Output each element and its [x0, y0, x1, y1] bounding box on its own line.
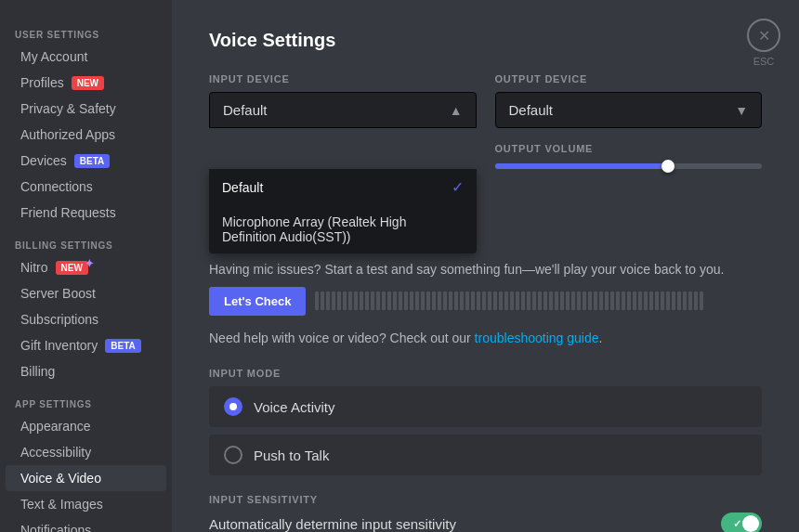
mic-bar-segment — [605, 292, 609, 310]
close-icon: ✕ — [747, 19, 780, 52]
lets-check-button[interactable]: Let's Check — [209, 287, 306, 316]
input-device-label: Input Device — [209, 73, 477, 84]
sidebar-item-profiles[interactable]: ProfilesNEW — [6, 70, 166, 96]
mic-bar-segment — [399, 292, 402, 310]
slider-thumb — [661, 160, 675, 173]
sidebar-item-notifications[interactable]: Notifications — [6, 517, 166, 532]
mic-bar-segment — [471, 292, 475, 310]
sidebar-item-label: Connections — [20, 179, 93, 194]
mic-bar-segment — [504, 292, 508, 310]
mic-bar-segment — [393, 292, 397, 310]
radio-circle-push — [224, 446, 242, 464]
sidebar-item-text-images[interactable]: Text & Images — [6, 491, 166, 517]
radio-label-push: Push to Talk — [254, 448, 329, 463]
troubleshoot-text: Need help with voice or video? Check out… — [209, 331, 762, 345]
sidebar-item-nitro[interactable]: NitroNEW✦ — [6, 254, 166, 280]
radio-label-voice: Voice Activity — [254, 399, 335, 415]
sidebar-item-subscriptions[interactable]: Subscriptions — [6, 306, 166, 332]
troubleshoot-link[interactable]: troubleshooting guide — [475, 331, 599, 345]
mic-bar-segment — [321, 292, 324, 310]
mic-bar-segment — [649, 292, 653, 310]
mic-bar-segment — [638, 292, 642, 310]
sidebar-item-label: Devices — [20, 153, 67, 168]
mic-bar-segment — [521, 292, 525, 310]
mic-bar-segment — [482, 292, 486, 310]
sidebar-section-user-settings: User Settings — [0, 22, 172, 44]
mic-bar-segment — [343, 292, 347, 310]
mic-bar-segment — [460, 292, 464, 310]
dropdown-item-microphone[interactable]: Microphone Array (Realtek High Definitio… — [209, 205, 477, 253]
mic-bar-segment — [354, 292, 358, 310]
input-sensitivity-section: Input Sensitivity Automatically determin… — [209, 494, 762, 532]
output-volume-slider[interactable] — [495, 163, 763, 169]
mic-bar-segment — [365, 292, 369, 310]
mic-bar-segment — [616, 292, 620, 310]
mic-bar-segment — [700, 292, 703, 310]
mic-bar-segment — [588, 292, 592, 310]
mic-bar-segment — [688, 292, 692, 310]
input-device-value: Default — [223, 102, 268, 118]
sidebar-item-label: Notifications — [20, 523, 91, 532]
esc-button[interactable]: ✕ ESC — [747, 19, 780, 67]
mic-bar-segment — [677, 292, 681, 310]
mic-bars — [315, 286, 762, 316]
sidebar-item-gift-inventory[interactable]: Gift InventoryBETA — [6, 332, 166, 358]
mic-bar-segment — [555, 292, 558, 310]
output-device-label: Output Device — [495, 73, 763, 84]
mic-bar-segment — [566, 292, 570, 310]
auto-sensitivity-toggle[interactable]: ✓ — [721, 513, 762, 532]
device-row: Input Device Default ▲ Default ✓ Microph… — [209, 73, 762, 169]
sidebar-item-authorized-apps[interactable]: Authorized Apps — [6, 122, 166, 148]
mic-bar-segment — [661, 292, 664, 310]
sidebar-item-accessibility[interactable]: Accessibility — [6, 439, 166, 465]
mic-bar-segment — [432, 292, 436, 310]
mic-bar-segment — [694, 292, 698, 310]
mic-bar-segment — [560, 292, 564, 310]
mic-bar-segment — [666, 292, 670, 310]
mic-bar-segment — [599, 292, 603, 310]
sidebar-item-voice-video[interactable]: Voice & Video — [6, 465, 166, 491]
radio-push-to-talk[interactable]: Push to Talk — [209, 435, 762, 475]
mic-bar-segment — [360, 292, 363, 310]
sidebar-item-devices[interactable]: DevicesBETA — [6, 148, 166, 174]
sidebar-item-server-boost[interactable]: Server Boost — [6, 280, 166, 306]
dropdown-item-default[interactable]: Default ✓ — [209, 169, 477, 205]
sidebar-item-label: My Account — [20, 49, 87, 64]
input-device-dropdown: Default ✓ Microphone Array (Realtek High… — [209, 169, 477, 253]
sidebar-item-my-account[interactable]: My Account — [6, 44, 166, 70]
sidebar-item-connections[interactable]: Connections — [6, 174, 166, 200]
chevron-up-icon: ▲ — [450, 103, 463, 118]
badge-beta: BETA — [74, 154, 110, 168]
sidebar-item-billing[interactable]: Billing — [6, 358, 166, 384]
output-device-select[interactable]: Default ▼ — [495, 92, 763, 128]
mic-bar-segment — [683, 292, 687, 310]
sidebar-item-label: Nitro — [20, 260, 48, 275]
sidebar-item-appearance[interactable]: Appearance — [6, 413, 166, 439]
mic-bar-segment — [633, 292, 636, 310]
badge-new: NEW — [72, 76, 104, 90]
mic-bar-segment — [387, 292, 391, 310]
mic-bar-segment — [527, 292, 530, 310]
mic-bar-segment — [610, 292, 614, 310]
sidebar-item-label: Accessibility — [20, 445, 91, 460]
sidebar-item-label: Appearance — [20, 419, 91, 434]
radio-voice-activity[interactable]: Voice Activity — [209, 386, 762, 427]
star-icon: ✦ — [85, 257, 94, 270]
sidebar-section-app-settings: App Settings — [0, 392, 172, 413]
main-content: Voice Settings ✕ ESC Input Device Defaul… — [172, 0, 799, 532]
mic-bar-segment — [337, 292, 341, 310]
mic-bar-segment — [348, 292, 352, 310]
sidebar-item-label: Authorized Apps — [20, 127, 115, 142]
mic-bar-segment — [571, 292, 575, 310]
input-device-select[interactable]: Default ▲ — [209, 92, 477, 128]
mic-bar-segment — [672, 292, 675, 310]
mic-bar-segment — [449, 292, 452, 310]
mic-bar-segment — [438, 292, 441, 310]
mic-bar-segment — [376, 292, 380, 310]
sidebar-item-friend-requests[interactable]: Friend Requests — [6, 200, 166, 226]
mic-bar-segment — [594, 292, 597, 310]
sidebar-item-privacy-safety[interactable]: Privacy & Safety — [6, 96, 166, 122]
chevron-down-icon: ▼ — [735, 103, 748, 118]
sidebar-item-label: Friend Requests — [20, 205, 116, 220]
auto-sensitivity-text: Automatically determine input sensitivit… — [209, 516, 456, 532]
